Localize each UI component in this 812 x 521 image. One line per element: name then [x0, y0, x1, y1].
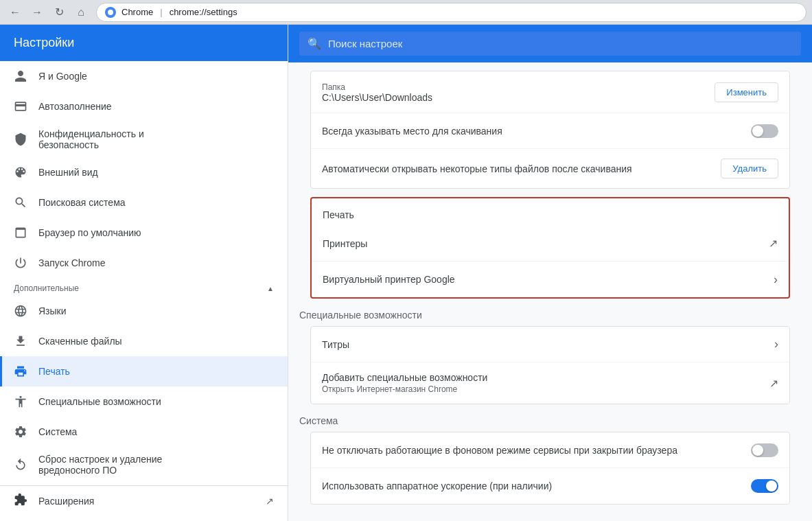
accessibility-icon: [14, 395, 27, 408]
system-block: Не отключать работающие в фоновом режиме…: [310, 432, 790, 505]
sidebar-item-privacy[interactable]: Конфиденциальность ибезопасность: [0, 121, 288, 157]
captions-chevron-icon: ›: [774, 337, 778, 351]
sidebar-item-startup-label: Запуск Chrome: [38, 257, 105, 268]
advanced-section-title[interactable]: Дополнительные ▲: [0, 278, 288, 296]
site-icon: [105, 7, 116, 18]
accessibility-block: Титры › Добавить специальные возможности…: [310, 326, 790, 404]
sidebar-item-accessibility[interactable]: Специальные возможности: [0, 386, 288, 417]
forward-button[interactable]: →: [27, 3, 47, 22]
always-ask-label: Всегда указывать место для скачивания: [322, 126, 740, 137]
printers-text: Принтеры: [323, 238, 758, 249]
palette-icon: [14, 165, 27, 179]
folder-text: Папка C:\Users\User\Downloads: [322, 81, 704, 103]
browser-chrome: ← → ↻ ⌂ Chrome | chrome://settings: [0, 0, 812, 25]
always-ask-row[interactable]: Всегда указывать место для скачивания: [311, 113, 789, 149]
sidebar-item-default-browser[interactable]: Браузер по умолчанию: [0, 218, 288, 248]
reset-icon: [14, 458, 27, 472]
sidebar-title: Настройки: [0, 25, 288, 61]
sidebar-item-default-browser-label: Браузер по умолчанию: [38, 227, 141, 238]
virtual-printer-label: Виртуальный принтер Google: [323, 274, 763, 285]
back-button[interactable]: ←: [5, 3, 25, 22]
sidebar-item-me-google-label: Я и Google: [38, 71, 87, 82]
captions-label: Титры: [322, 339, 763, 350]
sidebar-item-system[interactable]: Система: [0, 417, 288, 447]
sidebar-item-appearance[interactable]: Внешний вид: [0, 157, 288, 187]
sidebar-item-print-label: Печать: [38, 366, 70, 377]
browser-icon: [14, 226, 27, 240]
virtual-printer-chevron-icon: ›: [774, 273, 778, 286]
content-area: 🔍 Папка C:\Users\User\Downloads Изменить: [288, 25, 812, 521]
shield-icon: [14, 132, 27, 146]
extensions-external-icon: ↗: [266, 496, 274, 507]
virtual-printer-chevron-wrap: ›: [774, 273, 778, 287]
search-input-wrap[interactable]: 🔍: [299, 32, 801, 56]
background-services-toggle[interactable]: [751, 443, 778, 457]
sidebar-item-languages[interactable]: Языки: [0, 296, 288, 326]
virtual-printer-row[interactable]: Виртуальный принтер Google ›: [312, 262, 789, 297]
app-layout: Настройки Я и Google Автозаполнение Конф…: [0, 25, 812, 521]
address-text: chrome://settings: [170, 7, 237, 17]
background-services-toggle-wrap: [751, 443, 778, 457]
delete-btn-wrap: Удалить: [721, 159, 778, 178]
sidebar-item-autofill[interactable]: Автозаполнение: [0, 91, 288, 121]
search-icon: [14, 196, 27, 209]
power-icon: [14, 256, 27, 270]
change-btn-wrap: Изменить: [715, 82, 778, 102]
auto-open-label: Автоматически открывать некоторые типы ф…: [322, 163, 710, 174]
downloads-block: Папка C:\Users\User\Downloads Изменить В…: [310, 71, 790, 189]
folder-path: C:\Users\User\Downloads: [322, 92, 704, 103]
captions-row[interactable]: Титры ›: [311, 327, 789, 362]
sidebar: Настройки Я и Google Автозаполнение Конф…: [0, 25, 288, 521]
captions-text: Титры: [322, 339, 763, 350]
always-ask-text: Всегда указывать место для скачивания: [322, 126, 740, 137]
sidebar-item-autofill-label: Автозаполнение: [38, 101, 112, 112]
settings-icon: [14, 425, 27, 439]
printer-icon: [14, 364, 27, 378]
hardware-accel-label: Использовать аппаратное ускорение (при н…: [322, 481, 740, 491]
downloads-top-section: Папка C:\Users\User\Downloads Изменить В…: [299, 71, 801, 189]
address-bar[interactable]: Chrome | chrome://settings: [96, 3, 807, 22]
printers-external-wrap: ↗: [769, 237, 778, 250]
system-section-wrap: Система Не отключать работающие в фоново…: [299, 413, 801, 505]
accessibility-section-wrap: Специальные возможности Титры › Добавить…: [299, 307, 801, 404]
add-accessibility-row[interactable]: Добавить специальные возможности Открыть…: [311, 362, 789, 404]
folder-row: Папка C:\Users\User\Downloads Изменить: [311, 71, 789, 113]
hardware-accel-row[interactable]: Использовать аппаратное ускорение (при н…: [311, 468, 789, 504]
globe-icon: [14, 304, 27, 318]
sidebar-item-search-engine[interactable]: Поисковая система: [0, 187, 288, 218]
home-button[interactable]: ⌂: [71, 3, 91, 22]
hardware-accel-toggle-wrap: [751, 479, 778, 493]
sidebar-extensions-label: Расширения: [38, 496, 94, 507]
background-services-text: Не отключать работающие в фоновом режиме…: [322, 445, 740, 456]
printers-external-icon: ↗: [769, 238, 778, 249]
printers-label: Принтеры: [323, 238, 758, 249]
nav-buttons: ← → ↻ ⌂: [5, 3, 91, 22]
search-input[interactable]: [328, 38, 793, 49]
credit-card-icon: [14, 100, 27, 113]
hardware-accel-text: Использовать аппаратное ускорение (при н…: [322, 481, 740, 491]
hardware-accel-toggle[interactable]: [751, 479, 778, 493]
site-name: Chrome: [121, 7, 153, 17]
delete-button[interactable]: Удалить: [721, 159, 778, 178]
print-section-wrap: Печать Принтеры ↗ Виртуальный принтер Go…: [299, 197, 801, 299]
auto-open-text: Автоматически открывать некоторые типы ф…: [322, 163, 710, 174]
always-ask-toggle[interactable]: [751, 124, 778, 138]
add-accessibility-text: Добавить специальные возможности Открыть…: [322, 372, 758, 394]
add-accessibility-external-wrap: ↗: [769, 377, 778, 390]
sidebar-item-print[interactable]: Печать: [0, 356, 288, 386]
sidebar-item-startup[interactable]: Запуск Chrome: [0, 248, 288, 278]
always-ask-toggle-wrap: [751, 124, 778, 138]
folder-label: Папка: [322, 82, 704, 92]
refresh-button[interactable]: ↻: [49, 3, 69, 22]
sidebar-item-reset[interactable]: Сброс настроек и удалениевредоносного ПО: [0, 447, 288, 483]
background-services-label: Не отключать работающие в фоновом режиме…: [322, 445, 740, 456]
print-block: Печать Принтеры ↗ Виртуальный принтер Go…: [310, 197, 790, 299]
advanced-chevron-icon: ▲: [267, 285, 274, 292]
sidebar-item-me-google[interactable]: Я и Google: [0, 61, 288, 91]
printers-row[interactable]: Принтеры ↗: [312, 226, 789, 262]
sidebar-item-extensions[interactable]: Расширения ↗: [0, 485, 288, 516]
sidebar-item-downloads[interactable]: Скаченные файлы: [0, 326, 288, 356]
search-magnifier-icon: 🔍: [308, 37, 321, 50]
background-services-row[interactable]: Не отключать работающие в фоновом режиме…: [311, 432, 789, 468]
change-folder-button[interactable]: Изменить: [715, 82, 778, 102]
